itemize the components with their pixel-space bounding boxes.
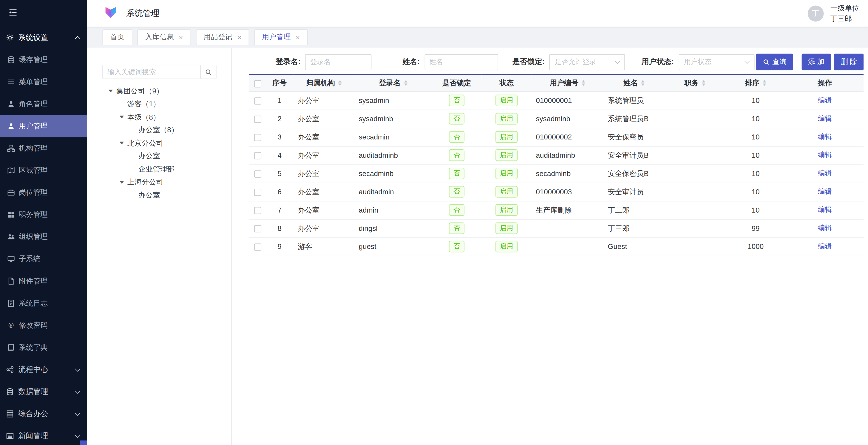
table-row-5[interactable]: 5 办公室 secadminb 否 启用 secadminb 安全保密员B 10…	[249, 164, 864, 183]
row-checkbox[interactable]	[254, 116, 261, 123]
column-header-4[interactable]: 状态	[482, 75, 531, 91]
tab-close-icon[interactable]: ×	[179, 33, 183, 41]
name-filter-input[interactable]	[425, 54, 498, 70]
cell-seq: 1	[266, 91, 293, 110]
sidebar-item-dict[interactable]: 系统字典	[0, 337, 87, 358]
search-icon[interactable]	[200, 65, 216, 78]
tree-node[interactable]: 北京分公司	[102, 137, 231, 150]
table-row-9[interactable]: 9 游客 guest 否 启用 Guest 1000 编辑	[249, 237, 864, 256]
row-checkbox[interactable]	[254, 189, 261, 196]
table-row-7[interactable]: 7 办公室 admin 否 启用 生产库删除 丁二郎 10 编辑	[249, 201, 864, 219]
sort-icon[interactable]	[702, 80, 705, 86]
sidebar-item-password[interactable]: ® 修改密码	[0, 314, 87, 337]
sidebar-item-menu[interactable]: 菜单管理	[0, 71, 87, 93]
sidebar-item-log[interactable]: 系统日志	[0, 292, 87, 314]
column-header-8[interactable]: 排序	[725, 75, 786, 91]
sidebar-section-system-settings[interactable]: 系统设置	[0, 27, 87, 49]
sidebar-item-region[interactable]: 区域管理	[0, 159, 87, 182]
table-row-4[interactable]: 4 办公室 auditadminb 否 启用 auditadminb 安全审计员…	[249, 146, 864, 164]
sidebar-item-org[interactable]: 机构管理	[0, 137, 87, 159]
row-checkbox[interactable]	[254, 244, 261, 251]
cell-org: 办公室	[293, 110, 354, 128]
select-all-checkbox[interactable]	[254, 80, 261, 87]
cell-login: secadmin	[354, 128, 432, 146]
tree-node[interactable]: 办公室（8）	[102, 124, 231, 137]
column-header-3[interactable]: 是否锁定	[432, 75, 482, 91]
tree-node[interactable]: 上海分公司	[102, 176, 231, 189]
edit-link[interactable]: 编辑	[818, 169, 832, 177]
caret-down-icon[interactable]	[108, 90, 113, 93]
column-header-2[interactable]: 登录名	[354, 75, 432, 91]
edit-link[interactable]: 编辑	[818, 133, 832, 140]
sidebar-group-flow[interactable]: 流程中心	[0, 358, 87, 381]
edit-link[interactable]: 编辑	[818, 242, 832, 250]
status-filter-select[interactable]: 用户状态	[678, 54, 754, 70]
menu-fold-icon[interactable]	[8, 7, 18, 19]
sidebar-item-post[interactable]: 岗位管理	[0, 182, 87, 203]
delete-button[interactable]: 删 除	[834, 54, 864, 70]
tree-node[interactable]: 本级（8）	[102, 110, 231, 124]
lock-filter-select[interactable]: 是否允许登录	[549, 54, 625, 70]
sort-icon[interactable]	[404, 80, 407, 86]
add-button[interactable]: 添 加	[802, 54, 831, 70]
sidebar-item-subsystem[interactable]: 子系统	[0, 248, 87, 270]
sidebar-item-role[interactable]: 角色管理	[0, 93, 87, 115]
table-row-8[interactable]: 8 办公室 dingsl 否 启用 丁三郎 99 编辑	[249, 219, 864, 237]
tab-close-icon[interactable]: ×	[296, 33, 300, 41]
column-header-6[interactable]: 姓名	[603, 75, 664, 91]
sidebar-group-news[interactable]: 新闻管理	[0, 425, 87, 445]
avatar[interactable]: 丁	[808, 5, 824, 21]
caret-down-icon[interactable]	[120, 181, 124, 184]
search-button[interactable]: 查询	[756, 54, 793, 70]
tab-close-icon[interactable]: ×	[237, 33, 242, 41]
tab-1[interactable]: 入库信息 ×	[137, 29, 191, 45]
tree-node[interactable]: 集团公司（9）	[102, 85, 231, 98]
row-checkbox[interactable]	[254, 134, 261, 141]
column-header-1[interactable]: 归属机构	[293, 75, 354, 91]
row-checkbox[interactable]	[254, 97, 261, 105]
sort-icon[interactable]	[338, 80, 342, 86]
sidebar-item-duty[interactable]: 职务管理	[0, 203, 87, 226]
edit-link[interactable]: 编辑	[818, 224, 832, 232]
sidebar-item-user[interactable]: 用户管理	[0, 115, 87, 137]
sort-icon[interactable]	[641, 80, 645, 86]
tab-3[interactable]: 用户管理 ×	[254, 29, 308, 45]
sidebar-item-cache[interactable]: 缓存管理	[0, 49, 87, 71]
login-filter-input[interactable]	[305, 54, 371, 70]
row-checkbox[interactable]	[254, 170, 261, 178]
table-row-2[interactable]: 2 办公室 sysadminb 否 启用 sysadminb 系统管理员B 10…	[249, 110, 864, 128]
sort-icon[interactable]	[582, 80, 585, 86]
edit-link[interactable]: 编辑	[818, 115, 832, 122]
sort-icon[interactable]	[763, 80, 766, 86]
caret-down-icon[interactable]	[120, 142, 124, 145]
edit-link[interactable]: 编辑	[818, 206, 832, 214]
column-header-0[interactable]: 序号	[266, 75, 293, 91]
tree-node[interactable]: 企业管理部	[102, 163, 231, 176]
edit-link[interactable]: 编辑	[818, 151, 832, 159]
caret-down-icon[interactable]	[120, 116, 124, 119]
edit-link[interactable]: 编辑	[818, 96, 832, 104]
row-checkbox[interactable]	[254, 225, 261, 232]
tree-node[interactable]: 游客（1）	[102, 98, 231, 111]
tree-node[interactable]: 办公室	[102, 150, 231, 163]
table-row-3[interactable]: 3 办公室 secadmin 否 启用 010000002 安全保密员 10 编…	[249, 128, 864, 146]
column-header-9[interactable]: 操作	[786, 75, 864, 91]
user-area[interactable]: 丁 一级单位 丁三郎	[808, 2, 859, 24]
sidebar-group-office[interactable]: 综合办公	[0, 403, 87, 425]
sidebar-item-group[interactable]: 组织管理	[0, 226, 87, 248]
cell-status: 启用	[482, 183, 531, 201]
column-header-7[interactable]: 职务	[664, 75, 725, 91]
sidebar-scrollbar-thumb[interactable]	[80, 441, 87, 445]
sidebar-item-attachment[interactable]: 附件管理	[0, 270, 87, 292]
tree-node[interactable]: 办公室	[102, 189, 231, 202]
table-row-6[interactable]: 6 办公室 auditadmin 否 启用 010000003 安全审计员 10…	[249, 183, 864, 201]
column-header-5[interactable]: 用户编号	[531, 75, 603, 91]
tab-0[interactable]: 首页	[102, 29, 132, 45]
edit-link[interactable]: 编辑	[818, 188, 832, 195]
sidebar-group-data[interactable]: 数据管理	[0, 381, 87, 403]
tab-2[interactable]: 用品登记 ×	[196, 29, 249, 45]
row-checkbox[interactable]	[254, 207, 261, 214]
tree-search-input[interactable]	[103, 65, 200, 78]
row-checkbox[interactable]	[254, 152, 261, 159]
table-row-1[interactable]: 1 办公室 sysadmin 否 启用 010000001 系统管理员 10 编…	[249, 91, 864, 110]
